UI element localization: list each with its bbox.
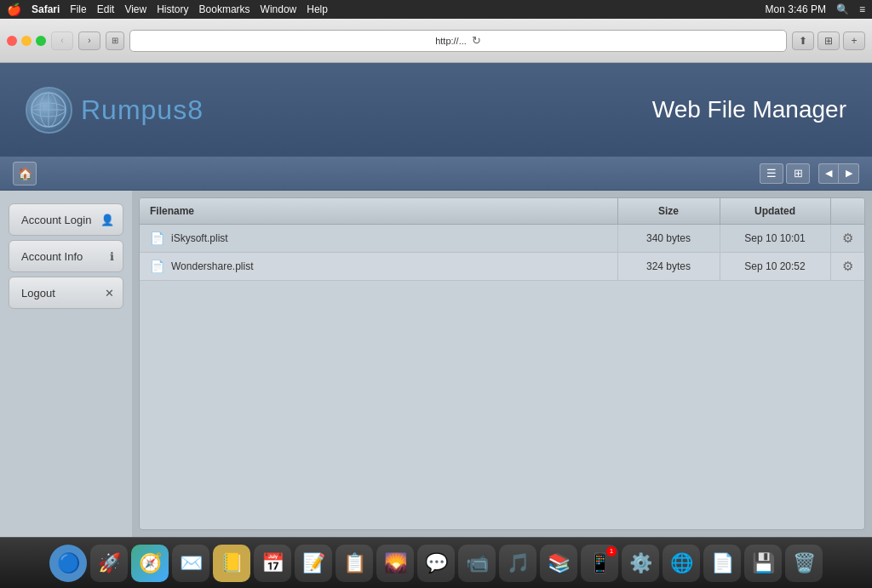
dock-calendar[interactable]: 📅 bbox=[254, 545, 291, 582]
file-actions[interactable]: ⚙ bbox=[830, 253, 864, 281]
logo-area: Rumpus8 bbox=[26, 87, 204, 134]
menubar-history[interactable]: History bbox=[157, 3, 188, 15]
dock-appstore[interactable]: 📱 1 bbox=[581, 545, 618, 582]
dock-reminders[interactable]: 📋 bbox=[336, 545, 373, 582]
sidebar: Account Login 👤 Account Info ℹ Logout ✕ bbox=[0, 191, 132, 537]
close-x-icon: ✕ bbox=[105, 287, 114, 300]
actions-column-header bbox=[830, 198, 864, 225]
share-button[interactable]: ⬆ bbox=[792, 31, 814, 50]
search-icon[interactable]: 🔍 bbox=[836, 3, 849, 15]
dock-facetime[interactable]: 📹 bbox=[458, 545, 496, 582]
sidebar-toggle-button[interactable]: + bbox=[843, 31, 865, 50]
filename-column-header: Filename bbox=[140, 198, 617, 225]
webpage: Rumpus8 Web File Manager 🏠 ☰ ⊞ ◀ ▶ Accou… bbox=[0, 63, 872, 537]
dock-badge: 1 bbox=[606, 546, 617, 557]
logout-button[interactable]: Logout ✕ bbox=[9, 277, 123, 309]
gear-icon[interactable]: ⚙ bbox=[842, 231, 853, 245]
logout-label: Logout bbox=[21, 287, 55, 300]
forward-button[interactable]: › bbox=[78, 31, 100, 50]
logo-text: Rumpus8 bbox=[81, 94, 204, 126]
dock-music[interactable]: 🎵 bbox=[499, 545, 536, 582]
toolbar-right: ⬆ ⊞ + bbox=[792, 31, 865, 50]
web-title: Web File Manager bbox=[652, 96, 846, 123]
file-updated: Sep 10 20:52 bbox=[720, 253, 830, 281]
back-button[interactable]: ‹ bbox=[51, 31, 73, 50]
web-header: Rumpus8 Web File Manager bbox=[0, 63, 872, 157]
address-text: http://... bbox=[435, 36, 467, 46]
reload-button[interactable]: ↻ bbox=[472, 34, 481, 47]
updated-column-header: Updated bbox=[720, 198, 830, 225]
menubar-view[interactable]: View bbox=[124, 3, 146, 15]
file-name: iSkysoft.plist bbox=[171, 232, 228, 244]
file-icon: 📄 bbox=[150, 260, 164, 273]
web-main: Account Login 👤 Account Info ℹ Logout ✕ … bbox=[0, 191, 872, 537]
dock-rumpus[interactable]: 🌐 bbox=[663, 545, 700, 582]
prev-arrow-button[interactable]: ◀ bbox=[818, 163, 839, 184]
apple-menu[interactable]: 🍎 bbox=[7, 3, 21, 16]
close-button[interactable] bbox=[7, 36, 17, 46]
table-row[interactable]: 📄 Wondershare.plist 324 bytes Sep 10 20:… bbox=[140, 253, 864, 281]
menubar: 🍎 Safari File Edit View History Bookmark… bbox=[0, 0, 872, 19]
dock-settings[interactable]: ⚙️ bbox=[622, 545, 659, 582]
traffic-lights bbox=[7, 36, 46, 46]
view-buttons: ☰ ⊞ bbox=[760, 163, 810, 184]
reader-view-button[interactable]: ⊞ bbox=[106, 31, 124, 50]
menubar-safari[interactable]: Safari bbox=[32, 3, 60, 15]
dock-downloads[interactable]: 💾 bbox=[744, 545, 782, 582]
file-name-cell: 📄 Wondershare.plist bbox=[140, 253, 617, 281]
dock-trash[interactable]: 🗑️ bbox=[785, 545, 823, 582]
file-size: 324 bytes bbox=[617, 253, 720, 281]
minimize-button[interactable] bbox=[21, 36, 32, 46]
dock-notefile[interactable]: 📒 bbox=[213, 545, 250, 582]
maximize-button[interactable] bbox=[36, 36, 46, 46]
dock-mail[interactable]: ✉️ bbox=[172, 545, 209, 582]
next-arrow-button[interactable]: ▶ bbox=[839, 163, 859, 184]
new-tab-button[interactable]: ⊞ bbox=[818, 31, 840, 50]
account-login-button[interactable]: Account Login 👤 bbox=[9, 203, 123, 236]
file-updated: Sep 10 10:01 bbox=[720, 225, 830, 253]
account-login-label: Account Login bbox=[21, 214, 91, 226]
control-center-icon[interactable]: ≡ bbox=[859, 3, 865, 15]
file-table: Filename Size Updated 📄 iSkysoft.plist bbox=[140, 198, 864, 281]
table-row[interactable]: 📄 iSkysoft.plist 340 bytes Sep 10 10:01 … bbox=[140, 225, 864, 253]
account-info-button[interactable]: Account Info ℹ bbox=[9, 240, 123, 272]
grid-view-button[interactable]: ⊞ bbox=[786, 163, 810, 184]
file-size: 340 bytes bbox=[617, 225, 720, 253]
address-bar[interactable]: http://... ↻ bbox=[129, 30, 787, 52]
nav-arrows: ◀ ▶ bbox=[818, 163, 859, 184]
dock-finder[interactable]: 🔵 bbox=[49, 545, 87, 582]
dock-textedit[interactable]: 📄 bbox=[703, 545, 741, 582]
file-panel: Filename Size Updated 📄 iSkysoft.plist bbox=[139, 197, 865, 530]
list-view-button[interactable]: ☰ bbox=[760, 163, 783, 184]
dock: 🔵 🚀 🧭 ✉️ 📒 📅 📝 📋 🌄 💬 📹 🎵 📚 📱 1 ⚙️ 🌐 📄 💾 … bbox=[0, 537, 872, 588]
size-column-header: Size bbox=[617, 198, 720, 225]
file-icon: 📄 bbox=[150, 231, 164, 245]
dock-photos[interactable]: 🌄 bbox=[376, 545, 414, 582]
menubar-edit[interactable]: Edit bbox=[97, 3, 115, 15]
dock-messages[interactable]: 💬 bbox=[417, 545, 455, 582]
account-info-label: Account Info bbox=[21, 250, 83, 263]
web-navbar: 🏠 ☰ ⊞ ◀ ▶ bbox=[0, 157, 872, 191]
info-icon: ℹ bbox=[110, 250, 114, 263]
file-name-cell: 📄 iSkysoft.plist bbox=[140, 225, 617, 253]
file-name: Wondershare.plist bbox=[171, 260, 254, 272]
menubar-bookmarks[interactable]: Bookmarks bbox=[199, 3, 250, 15]
dock-books[interactable]: 📚 bbox=[540, 545, 577, 582]
menubar-time: Mon 3:46 PM bbox=[766, 3, 826, 15]
file-actions[interactable]: ⚙ bbox=[830, 225, 864, 253]
dock-launchpad[interactable]: 🚀 bbox=[90, 545, 128, 582]
menubar-help[interactable]: Help bbox=[307, 3, 328, 15]
dock-safari[interactable]: 🧭 bbox=[131, 545, 169, 582]
menubar-window[interactable]: Window bbox=[261, 3, 297, 15]
menubar-file[interactable]: File bbox=[70, 3, 86, 15]
user-icon: 👤 bbox=[100, 214, 114, 226]
dock-notes[interactable]: 📝 bbox=[295, 545, 332, 582]
browser-chrome: ‹ › ⊞ http://... ↻ ⬆ ⊞ + bbox=[0, 19, 872, 63]
gear-icon[interactable]: ⚙ bbox=[842, 259, 853, 273]
home-button[interactable]: 🏠 bbox=[13, 162, 37, 186]
logo-globe-icon bbox=[26, 87, 72, 134]
